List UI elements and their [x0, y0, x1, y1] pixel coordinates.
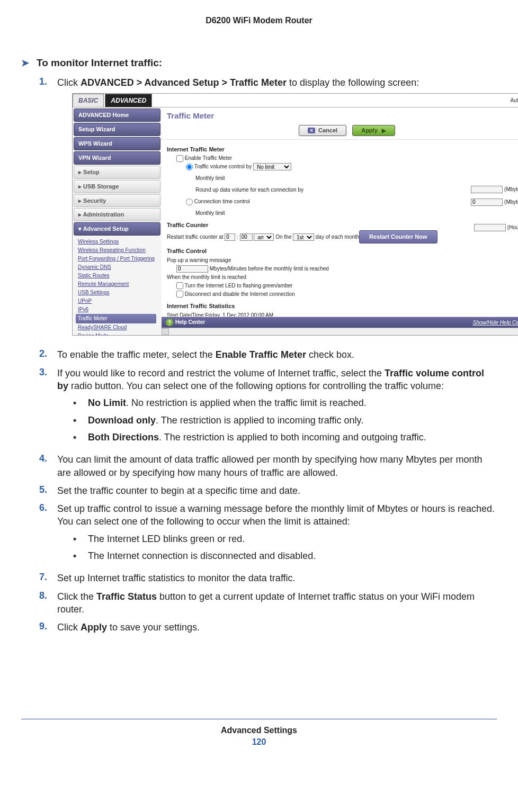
bold-text: Enable Traffic Meter — [216, 349, 306, 360]
text: to display the following screen: — [287, 77, 419, 88]
label: Connection time control — [194, 197, 250, 206]
label: day of each month — [316, 233, 359, 241]
text: . The restriction is applied to incoming… — [156, 415, 363, 426]
day-select[interactable]: 1st — [293, 233, 314, 241]
label: Pop up a warning message — [167, 256, 518, 265]
sidebar-section-advanced-setup[interactable]: ▾ Advanced Setup — [74, 222, 160, 236]
tab-basic[interactable]: BASIC — [73, 94, 104, 107]
label: Disconnect and disable the Internet conn… — [185, 290, 295, 299]
text: to save your settings. — [107, 622, 200, 633]
text: The Internet connection is disconnected … — [88, 549, 316, 562]
step-num: 3. — [39, 367, 50, 448]
roundup-input[interactable] — [471, 199, 503, 206]
link-traffic-meter[interactable]: Traffic Meter — [76, 314, 156, 323]
main-panel: Traffic Meter ×Cancel Apply▶ Internet Tr… — [162, 107, 518, 335]
label: On the — [275, 233, 291, 241]
footer-section: Advanced Settings — [21, 726, 497, 735]
bold-text: Download only — [88, 415, 156, 426]
restart-counter-button[interactable]: Restart Counter Now — [359, 230, 437, 244]
unit-label: (Mbytes) — [504, 185, 518, 194]
step-num: 2. — [39, 348, 50, 361]
text: You can limit the amount of data traffic… — [57, 453, 497, 479]
popup-threshold-input[interactable] — [176, 265, 208, 273]
section-traffic-control: Traffic Control — [167, 247, 518, 256]
text: Set up traffic control to issue a warnin… — [57, 503, 495, 527]
apply-button[interactable]: Apply▶ — [352, 125, 395, 136]
text: The Internet LED blinks green or red. — [88, 533, 245, 545]
link-wireless-settings[interactable]: Wireless Settings — [78, 238, 156, 246]
step-num: 1. — [39, 76, 50, 343]
bold-text: No Limit — [88, 398, 126, 408]
link-repeating[interactable]: Wireless Repeating Function — [78, 246, 156, 255]
step-num: 7. — [39, 572, 50, 584]
link-upnp[interactable]: UPnP — [78, 297, 156, 305]
help-icon: ? — [166, 319, 173, 326]
text: To enable the traffic meter, select the — [57, 349, 216, 360]
play-icon: ▶ — [382, 128, 386, 133]
section-traffic-counter: Traffic Counter — [167, 221, 518, 230]
label: Enable Traffic Meter — [185, 154, 232, 163]
traffic-volume-select[interactable]: No limit — [253, 163, 291, 170]
task-heading: ➤ To monitor Internet traffic: — [21, 57, 497, 69]
section-internet-traffic-meter: Internet Traffic Meter — [167, 145, 518, 155]
sidebar-item-wps-wizard[interactable]: WPS Wizard — [74, 137, 160, 150]
ampm-select[interactable]: am — [254, 233, 274, 241]
link-remote-mgmt[interactable]: Remote Management — [78, 280, 156, 288]
step-num: 5. — [39, 484, 50, 497]
link-static-routes[interactable]: Static Routes — [78, 272, 156, 280]
led-flash-checkbox[interactable] — [176, 282, 183, 289]
bold-text: ADVANCED > Advanced Setup > Traffic Mete… — [81, 77, 287, 88]
stat-start-date: Start Date/Time:Friday, 1 Dec 2012 00:00… — [167, 311, 518, 318]
sidebar-section-security[interactable]: ▸ Security — [74, 194, 160, 207]
connection-time-control-radio[interactable] — [186, 199, 193, 205]
step-num: 8. — [39, 590, 50, 616]
sidebar-item-vpn-wizard[interactable]: VPN Wizard — [74, 151, 160, 165]
auto-refresh-select[interactable]: Auto ▾ — [510, 94, 518, 107]
minute-input[interactable] — [240, 233, 253, 241]
monthly-limit-input[interactable] — [471, 186, 503, 193]
link-ipv6[interactable]: IPv6 — [78, 305, 156, 314]
tab-advanced[interactable]: ADVANCED — [105, 94, 152, 107]
page-header: D6200 WiFi Modem Router — [21, 0, 497, 57]
disconnect-checkbox[interactable] — [176, 291, 183, 297]
show-hide-help-link[interactable]: Show/Hide Help Center — [473, 319, 519, 327]
main-title: Traffic Meter — [162, 107, 518, 122]
sidebar-sublinks: Wireless Settings Wireless Repeating Fun… — [73, 237, 162, 335]
enable-traffic-meter-checkbox[interactable] — [176, 155, 183, 162]
hour-input[interactable] — [225, 233, 235, 241]
label: Mbytes/Minutes before the monthly limit … — [210, 265, 329, 273]
close-icon: × — [308, 128, 315, 133]
sidebar-section-usb[interactable]: ▸ USB Storage — [74, 180, 160, 193]
sidebar-section-setup[interactable]: ▸ Setup — [74, 166, 160, 179]
sidebar-item-advanced-home[interactable]: ADVANCED Home — [74, 109, 160, 122]
sidebar-section-admin[interactable]: ▸ Administration — [74, 208, 160, 221]
bold-text: Both Directions — [88, 432, 159, 443]
label: When the monthly limit is reached — [167, 273, 518, 282]
traffic-volume-control-radio[interactable] — [186, 164, 193, 170]
help-label: Help Center — [175, 320, 205, 326]
step-num: 4. — [39, 453, 50, 479]
label: Round up data volume for each connection… — [195, 186, 303, 194]
label: Turn the Internet LED to flashing green/… — [185, 282, 293, 290]
link-readyshare[interactable]: ReadySHARE Cloud — [78, 323, 156, 332]
link-usb-settings[interactable]: USB Settings — [78, 288, 156, 297]
cancel-button[interactable]: ×Cancel — [299, 125, 346, 136]
link-device-mode[interactable]: Device Mode — [78, 332, 156, 335]
label: Monthly limit — [195, 209, 225, 218]
link-port-fwd[interactable]: Port Forwarding / Port Triggering — [78, 255, 156, 263]
unit-label: (Hours) — [507, 223, 518, 232]
link-ddns[interactable]: Dynamic DNS — [78, 263, 156, 272]
help-center-bar[interactable]: ?Help Center Show/Hide Help Center — [162, 317, 518, 328]
step-num: 6. — [39, 502, 50, 566]
text: Click — [57, 77, 81, 88]
button-row: ×Cancel Apply▶ — [162, 123, 518, 139]
text: radio button. You can select one of the … — [68, 381, 444, 391]
section-traffic-stats: Internet Traffic Statistics — [167, 302, 518, 311]
settings-panel: Internet Traffic Meter Enable Traffic Me… — [162, 139, 518, 318]
horizontal-scrollbar[interactable] — [162, 328, 518, 335]
sidebar-item-setup-wizard[interactable]: Setup Wizard — [74, 123, 160, 136]
text: If you would like to record and restrict… — [57, 368, 385, 378]
monthly-limit-hours-input[interactable] — [474, 224, 506, 231]
router-ui-screenshot: BASIC ADVANCED Auto ▾ ADVANCED Home Setu… — [72, 93, 518, 336]
auto-label: Auto — [510, 97, 518, 104]
